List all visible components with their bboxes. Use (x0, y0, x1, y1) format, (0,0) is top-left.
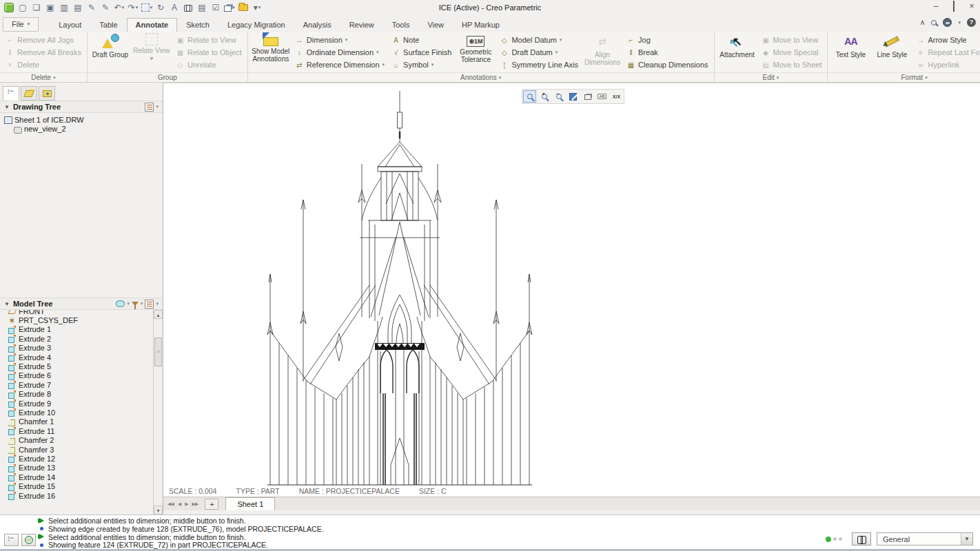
cleanup-dimensions-button[interactable]: ▦Cleanup Dimensions (624, 59, 711, 71)
tab-file[interactable]: File▾ (3, 17, 39, 32)
model-tree-header[interactable]: ▼ Model Tree ▾ ▾ ▾ (0, 298, 163, 310)
select-box-button[interactable]: ▾ (141, 1, 153, 14)
tab-folder-browser[interactable] (39, 86, 55, 101)
tab-layers[interactable] (21, 86, 37, 101)
geometric-tolerance-button[interactable]: ⊕1MGeometric Tolerance (456, 33, 496, 72)
note-button[interactable]: ANote (389, 34, 454, 46)
unrelate-button[interactable]: ◇Unrelate (173, 59, 245, 71)
dimension-button[interactable]: ↔Dimension▾ (292, 34, 387, 46)
previous-sheet-icon[interactable]: ◀ (178, 501, 181, 507)
drawing-tree-header[interactable]: ▼ Drawing Tree ▾ (0, 101, 163, 113)
next-sheet-icon[interactable]: ▶ (185, 501, 187, 507)
tree-item-new-view-2[interactable]: new_view_2 (4, 124, 161, 133)
break-button[interactable]: ‖Break (624, 46, 711, 59)
collapse-ribbon-icon[interactable]: ∧ (919, 18, 925, 27)
dropdown-caret[interactable]: ▾ (127, 301, 130, 306)
tree-item-extrude-4[interactable]: Extrude 4 (8, 353, 150, 362)
repaint-button[interactable] (566, 90, 580, 103)
show-model-annotations-button[interactable]: Show Model Annotations (251, 33, 291, 72)
tree-item-prt-csys-def[interactable]: PRT_CSYS_DEF (8, 315, 150, 324)
move-to-view-button[interactable]: ▣Move to View (759, 34, 825, 46)
tree-item-extrude-13[interactable]: Extrude 13 (8, 464, 150, 472)
tree-item-extrude-12[interactable]: Extrude 12 (8, 454, 150, 463)
edit-markup-button[interactable]: ✎ (85, 1, 98, 14)
collapse-triangle-icon[interactable]: ▼ (4, 104, 10, 110)
dropdown-caret[interactable]: ▾ (156, 104, 159, 110)
symmetry-line-axis-button[interactable]: ¦Symmetry Line Axis (497, 59, 581, 71)
drawing-canvas[interactable]: ABX/X (163, 83, 980, 497)
minimize-button[interactable]: – (930, 1, 941, 11)
view-manager-button[interactable]: ☑ (210, 1, 222, 14)
window-arrange-button[interactable]: ▾ (223, 1, 236, 14)
dropdown-caret[interactable]: ▾ (141, 301, 143, 306)
repeat-last-format-button[interactable]: ≡Repeat Last Format (913, 46, 980, 59)
relate-view-button[interactable]: Relate View ▾ (132, 33, 172, 72)
move-to-sheet-button[interactable]: ▤Move to Sheet (759, 59, 825, 71)
jog-button[interactable]: ⌐Jog (624, 34, 711, 46)
help-icon[interactable]: ? (967, 18, 976, 27)
tree-settings-icon[interactable] (145, 300, 154, 309)
account-dropdown-icon[interactable]: ▾ (958, 20, 961, 25)
arrow-style-button[interactable]: →Arrow Style (913, 34, 980, 46)
filter-icon[interactable] (132, 302, 139, 306)
tab-model-tree[interactable] (3, 86, 19, 101)
symbol-button[interactable]: ⌂Symbol▾ (389, 59, 454, 71)
tree-item-extrude-7[interactable]: Extrude 7 (8, 380, 150, 389)
tree-item-extrude-1[interactable]: Extrude 1 (8, 325, 150, 334)
draft-datum-button[interactable]: ◇Draft Datum▾ (497, 46, 581, 59)
surface-finish-button[interactable]: √Surface Finish (389, 46, 454, 59)
zoom-out-button[interactable] (552, 90, 565, 103)
move-special-button[interactable]: ◆Move Special (759, 46, 825, 59)
tree-item-extrude-10[interactable]: Extrude 10 (8, 408, 150, 417)
close-button[interactable]: × (966, 1, 977, 11)
attachment-button[interactable]: ↖Attachment (717, 33, 757, 72)
restore-button[interactable] (948, 1, 959, 11)
relate-to-view-button[interactable]: ▣Relate to View (173, 34, 245, 46)
show-options-icon[interactable] (116, 300, 125, 307)
remove-all-jogs-button[interactable]: ⌐Remove All Jogs (3, 34, 84, 46)
tab-hp-markup[interactable]: HP Markup (453, 18, 509, 32)
text-style-button[interactable]: AAText Style (830, 33, 870, 72)
delete-button[interactable]: ×Delete (3, 59, 84, 71)
tree-item-extrude-8[interactable]: Extrude 8 (8, 390, 150, 399)
print-button[interactable]: ▤ (72, 1, 84, 14)
tree-item-extrude-6[interactable]: Extrude 6 (8, 371, 150, 380)
tab-layout[interactable]: Layout (50, 18, 90, 32)
open-folder-button[interactable] (237, 1, 249, 14)
model-datum-button[interactable]: ◇Model Datum▾ (497, 34, 581, 46)
tab-legacy-migration[interactable]: Legacy Migration (218, 18, 294, 32)
dropdown-caret[interactable]: ▾ (156, 301, 159, 306)
search-icon[interactable] (931, 20, 937, 25)
tab-table[interactable]: Table (90, 18, 126, 32)
draft-group-button[interactable]: Draft Group (90, 33, 130, 72)
tree-settings-icon[interactable] (145, 103, 154, 112)
line-style-button[interactable]: Line Style (872, 33, 912, 72)
tab-analysis[interactable]: Analysis (294, 18, 340, 32)
text-box-button[interactable]: A (168, 1, 181, 14)
relate-to-object-button[interactable]: ▦Relate to Object (173, 46, 245, 59)
scrollbar-thumb[interactable]: ≡ (154, 337, 162, 366)
find-button[interactable] (852, 532, 871, 545)
selection-filter-dropdown[interactable]: General ▼ (877, 532, 973, 545)
remove-all-breaks-button[interactable]: ‖Remove All Breaks (3, 46, 84, 59)
tree-item-extrude-14[interactable]: Extrude 14 (8, 472, 150, 481)
browser-toggle-button[interactable] (21, 534, 36, 546)
first-sheet-icon[interactable]: ◀◀ (167, 501, 174, 507)
sheet-tab[interactable]: Sheet 1 (225, 497, 275, 511)
tree-item-chamfer-2[interactable]: Chamfer 2 (8, 435, 150, 444)
ordinate-dimension-button[interactable]: ↕Ordinate Dimension▾ (292, 46, 387, 59)
add-sheet-button[interactable]: + (205, 499, 218, 510)
customize-button[interactable]: ▾▾ (251, 1, 263, 14)
collapse-triangle-icon[interactable]: ▼ (4, 301, 10, 307)
new-file-button[interactable]: ▢ (17, 1, 29, 14)
tab-sketch[interactable]: Sketch (177, 18, 218, 32)
scroll-up-icon[interactable]: ▲ (154, 310, 163, 319)
tree-item-extrude-3[interactable]: Extrude 3 (8, 344, 150, 353)
tab-annotate[interactable]: Annotate (127, 18, 178, 32)
tree-item-front[interactable]: FRONT (8, 310, 150, 315)
last-sheet-icon[interactable]: ▶▶ (192, 501, 198, 507)
tab-view[interactable]: View (418, 18, 453, 32)
tree-item-extrude-2[interactable]: Extrude 2 (8, 334, 150, 343)
scroll-down-icon[interactable]: ▼ (154, 506, 163, 514)
tab-review[interactable]: Review (340, 18, 383, 32)
